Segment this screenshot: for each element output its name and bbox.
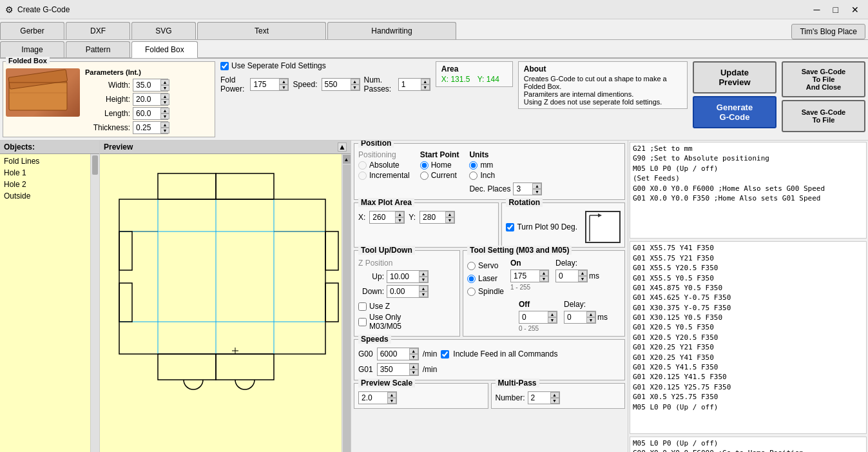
max-plot-y-input[interactable] [423, 213, 445, 222]
thickness-input[interactable] [136, 123, 160, 132]
mp-number-spinbox[interactable]: ▲▼ [528, 391, 560, 404]
fold-power-spinbox[interactable]: ▲▼ [250, 78, 289, 91]
maximize-button[interactable]: □ [829, 3, 842, 16]
current-radio[interactable] [420, 172, 429, 180]
minimize-button[interactable]: ─ [810, 3, 824, 16]
gcode-top-text[interactable]: G21 ;Set to mm G90 ;Set to Absolute posi… [630, 142, 866, 238]
ps-down[interactable]: ▼ [387, 398, 396, 404]
dec-places-input[interactable] [516, 184, 532, 193]
fold-power-input[interactable] [253, 80, 279, 89]
height-input[interactable] [136, 95, 160, 104]
object-hole2[interactable]: Hole 2 [1, 179, 89, 190]
gcode-bottom-text[interactable]: M05 L0 P0 (Up / off) G00 X0.0 Y0.0 F6000… [630, 437, 866, 452]
include-feed-checkbox[interactable] [441, 350, 449, 359]
off-delay-up[interactable]: ▲ [586, 311, 595, 317]
dec-down[interactable]: ▼ [532, 189, 541, 195]
fold-power-up[interactable]: ▲ [279, 79, 288, 84]
num-passes-spinbox[interactable]: ▲▼ [398, 78, 430, 91]
down-down[interactable]: ▼ [419, 291, 428, 297]
fold-power-down[interactable]: ▼ [279, 84, 288, 90]
thickness-spinbox[interactable]: ▲▼ [133, 121, 168, 134]
width-spinbox[interactable]: 35.0 ▲▼ [133, 79, 168, 92]
g01-down[interactable]: ▼ [409, 369, 418, 375]
save-gcode-button[interactable]: Save G-Code To File [782, 100, 865, 132]
down-spinbox[interactable]: ▲▼ [387, 285, 429, 298]
generate-gcode-button[interactable]: Generate G-Code [693, 96, 776, 128]
tab-gerber[interactable]: Gerber [0, 22, 64, 39]
preview-scroll-top[interactable]: ▲ [338, 142, 347, 152]
length-spinbox[interactable]: ▲▼ [133, 107, 168, 120]
off-down[interactable]: ▼ [548, 317, 557, 323]
preview-scrollbar-v[interactable]: ▲ ▼ [342, 154, 351, 452]
save-gcode-close-button[interactable]: Save G-Code To File And Close [782, 61, 865, 97]
g01-input[interactable] [380, 365, 409, 374]
tab-text[interactable]: Text [197, 22, 326, 39]
tab-image[interactable]: Image [0, 41, 64, 57]
height-up[interactable]: ▲ [160, 93, 169, 99]
mp-down[interactable]: ▼ [550, 398, 559, 404]
on-delay-down[interactable]: ▼ [578, 276, 587, 282]
mpx-up[interactable]: ▲ [395, 211, 404, 217]
object-hole1[interactable]: Hole 1 [1, 167, 89, 179]
on-up[interactable]: ▲ [539, 270, 548, 276]
close-button[interactable]: ✕ [847, 3, 863, 16]
length-down[interactable]: ▼ [160, 113, 169, 119]
use-sep-fold-checkbox[interactable] [220, 62, 229, 70]
on-down[interactable]: ▼ [539, 276, 548, 282]
preview-scale-input[interactable] [362, 393, 387, 402]
width-input[interactable]: 35.0 [136, 81, 160, 90]
object-fold-lines[interactable]: Fold Lines [1, 155, 89, 167]
up-down[interactable]: ▼ [419, 277, 428, 282]
ps-up[interactable]: ▲ [387, 392, 396, 398]
g00-up[interactable]: ▲ [409, 348, 418, 354]
speed-up[interactable]: ▲ [351, 79, 360, 84]
max-plot-x-input[interactable] [372, 213, 395, 222]
width-up[interactable]: ▲ [160, 79, 169, 85]
laser-radio[interactable] [467, 275, 476, 283]
off-value-input[interactable] [522, 313, 548, 322]
use-only-m03m05-checkbox[interactable] [358, 318, 367, 326]
mp-up[interactable]: ▲ [550, 392, 559, 398]
spindle-radio[interactable] [467, 288, 476, 296]
off-delay-spinbox[interactable]: ▲▼ [564, 311, 596, 324]
home-radio[interactable] [420, 161, 429, 170]
off-delay-input[interactable] [567, 313, 586, 322]
speed-input[interactable] [325, 80, 351, 89]
down-up[interactable]: ▲ [419, 286, 428, 291]
mpy-down[interactable]: ▼ [445, 217, 454, 223]
down-input[interactable] [390, 287, 419, 296]
up-input[interactable] [390, 272, 419, 281]
on-delay-spinbox[interactable]: ▲▼ [555, 270, 588, 282]
g00-down[interactable]: ▼ [409, 354, 418, 360]
scroll-track[interactable] [343, 164, 351, 452]
num-passes-up[interactable]: ▲ [421, 79, 430, 84]
gcode-middle-text[interactable]: G01 X55.75 Y41 F350 G01 X55.75 Y21 F350 … [630, 242, 866, 433]
g01-spinbox[interactable]: ▲▼ [377, 363, 419, 376]
preview-scale-spinbox[interactable]: ▲▼ [358, 391, 397, 404]
thickness-up[interactable]: ▲ [160, 122, 169, 128]
on-value-input[interactable] [514, 271, 539, 280]
up-spinbox[interactable]: ▲▼ [387, 270, 429, 283]
g01-up[interactable]: ▲ [409, 364, 418, 369]
mp-number-input[interactable] [531, 393, 550, 402]
servo-radio[interactable] [467, 262, 476, 270]
height-spinbox[interactable]: ▲▼ [133, 93, 168, 106]
off-up[interactable]: ▲ [548, 311, 557, 317]
off-delay-down[interactable]: ▼ [586, 317, 595, 323]
on-value-spinbox[interactable]: ▲▼ [510, 270, 549, 282]
objects-scrollbar[interactable] [90, 154, 99, 452]
dec-places-spinbox[interactable]: ▲▼ [513, 182, 542, 195]
tab-pattern[interactable]: Pattern [66, 41, 130, 57]
up-up[interactable]: ▲ [419, 271, 428, 277]
height-down[interactable]: ▼ [160, 99, 169, 105]
tab-handwriting[interactable]: Handwriting [327, 22, 456, 39]
length-input[interactable] [136, 109, 160, 118]
mm-radio[interactable] [469, 161, 477, 170]
num-passes-input[interactable] [401, 80, 421, 89]
off-value-spinbox[interactable]: ▲▼ [519, 311, 557, 324]
scroll-up-arrow[interactable]: ▲ [343, 155, 351, 164]
speed-spinbox[interactable]: ▲▼ [322, 78, 360, 91]
blog-button[interactable]: Tim's Blog Place [791, 24, 865, 39]
tab-svg[interactable]: SVG [131, 22, 196, 39]
inch-radio[interactable] [469, 172, 477, 180]
